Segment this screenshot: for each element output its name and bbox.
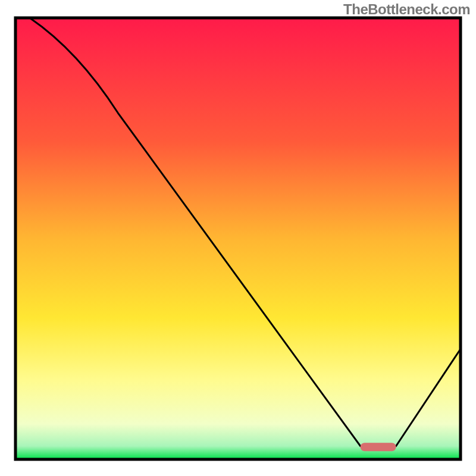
optimum-marker <box>361 443 396 451</box>
bottleneck-chart <box>0 0 476 476</box>
plot-background <box>15 18 461 459</box>
chart-container: TheBottleneck.com <box>0 0 476 476</box>
